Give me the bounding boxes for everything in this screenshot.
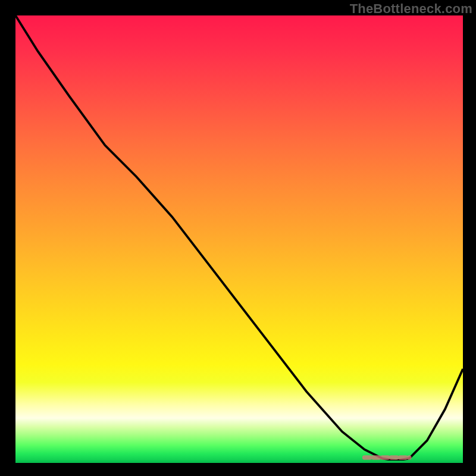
bottom-green-strip — [15, 461, 463, 463]
chart-svg — [15, 15, 463, 463]
bottleneck-curve — [15, 15, 463, 461]
chart-plot-area — [15, 15, 463, 463]
watermark-text: TheBottleneck.com — [350, 1, 472, 17]
